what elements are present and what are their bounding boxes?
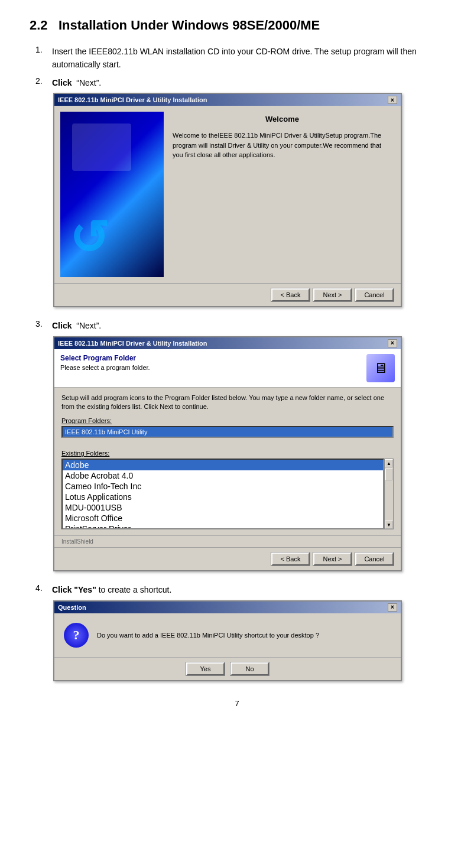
welcome-dialog-title: IEEE 802.11b MiniPCI Driver & Utility In… [58, 96, 207, 103]
question-dialog-title: Question [58, 604, 86, 611]
page-number: 7 [30, 699, 444, 708]
spf-folder-item-printserver[interactable]: PrintServer Driver [63, 524, 383, 529]
step-4-label-row: 4. Click "Yes" to create a shortcut. [35, 583, 439, 596]
spf-dialog-titlebar: IEEE 802.11b MiniPCI Driver & Utility In… [54, 337, 401, 349]
spf-scroll-up[interactable]: ▲ [385, 459, 393, 467]
step-3-text: Click “Next”. [52, 319, 101, 332]
step-1-text: Insert the IEEE802.11b WLAN installation… [52, 45, 439, 71]
content-area: 1. Insert the IEEE802.11b WLAN installat… [30, 45, 444, 681]
question-footer: Yes No [54, 657, 401, 680]
spf-list-container: Adobe Adobe Acrobat 4.0 Cameo Info-Tech … [61, 459, 394, 529]
section-number: 2.2 [30, 18, 48, 32]
step-3-action: “Next”. [76, 321, 101, 330]
spf-dialog-close[interactable]: × [388, 339, 397, 347]
spf-header: Select Program Folder Please select a pr… [54, 349, 401, 388]
question-no-button[interactable]: No [230, 662, 269, 675]
question-text: Do you want to add a IEEE 802.11b MiniPC… [97, 632, 319, 639]
spf-back-button[interactable]: < Back [271, 552, 310, 565]
step-3-label-row: 3. Click “Next”. [35, 319, 439, 332]
section-heading: Installation Under Windows 98SE/2000/ME [59, 18, 320, 32]
section-title: 2.2 Installation Under Windows 98SE/2000… [30, 18, 444, 33]
welcome-dialog-titlebar: IEEE 802.11b MiniPCI Driver & Utility In… [54, 94, 401, 106]
step-2-action: “Next”. [76, 78, 101, 87]
spf-body: Setup will add program icons to the Prog… [54, 388, 401, 536]
step-2-text: Click “Next”. [52, 76, 101, 89]
welcome-heading: Welcome [173, 115, 392, 123]
spf-brand: InstallShield [54, 535, 401, 547]
step-2-number: 2. [35, 76, 48, 89]
welcome-dialog-footer: < Back Next > Cancel [54, 283, 401, 306]
spf-dialog: IEEE 802.11b MiniPCI Driver & Utility In… [53, 336, 402, 572]
question-dialog: Question × ? Do you want to add a IEEE 8… [53, 600, 402, 681]
step-3-click: Click [52, 321, 72, 330]
step-4-text: Click "Yes" to create a shortcut. [52, 583, 171, 596]
spf-next-button[interactable]: Next > [313, 552, 352, 565]
spf-dialog-footer: < Back Next > Cancel [54, 547, 401, 570]
step-4-number: 4. [35, 583, 48, 596]
spf-icon: 🖥 [366, 354, 395, 382]
spf-existing-folders-label: Existing Folders: [61, 450, 394, 457]
spf-scroll-thumb[interactable] [385, 469, 392, 480]
spf-scroll-down[interactable]: ▼ [385, 521, 393, 529]
welcome-graphic [60, 112, 164, 277]
spf-header-subtitle: Please select a program folder. [60, 364, 150, 371]
question-body: ? Do you want to add a IEEE 802.11b Mini… [54, 613, 401, 657]
step-1: 1. Insert the IEEE802.11b WLAN installat… [35, 45, 439, 71]
step-2-click: Click [52, 78, 72, 87]
question-dialog-close[interactable]: × [388, 603, 397, 612]
spf-folder-item-adobe[interactable]: Adobe [63, 460, 383, 470]
step-2-label-row: 2. Click “Next”. [35, 76, 439, 89]
spf-header-text: Select Program Folder Please select a pr… [60, 354, 150, 371]
welcome-dialog-body: Welcome Welcome to theIEEE 802.11b MiniP… [54, 106, 401, 283]
spf-folder-item-cameo[interactable]: Cameo Info-Tech Inc [63, 481, 383, 492]
spf-folder-item-lotus[interactable]: Lotus Applications [63, 492, 383, 502]
step-4-suffix: to create a shortcut. [96, 585, 172, 594]
step-4-click: Click [52, 585, 72, 594]
question-yes-button[interactable]: Yes [186, 662, 225, 675]
welcome-back-button[interactable]: < Back [271, 288, 310, 301]
welcome-next-button[interactable]: Next > [313, 288, 352, 301]
welcome-body-text: Welcome to theIEEE 802.11b MiniPCI Drive… [173, 131, 392, 160]
welcome-content: Welcome Welcome to theIEEE 802.11b MiniP… [170, 112, 395, 277]
welcome-dialog: IEEE 802.11b MiniPCI Driver & Utility In… [53, 93, 402, 307]
step-3-number: 3. [35, 319, 48, 332]
question-icon: ? [64, 623, 89, 648]
spf-program-folders-label: Program Folders: [61, 417, 394, 424]
question-dialog-titlebar: Question × [54, 602, 401, 613]
spf-folder-list[interactable]: Adobe Adobe Acrobat 4.0 Cameo Info-Tech … [61, 459, 384, 529]
spf-program-folder-input[interactable] [61, 426, 394, 438]
spf-folder-item-acrobat[interactable]: Adobe Acrobat 4.0 [63, 470, 383, 481]
spf-description: Setup will add program icons to the Prog… [61, 394, 394, 412]
spf-dialog-title: IEEE 802.11b MiniPCI Driver & Utility In… [58, 340, 207, 347]
spf-folder-item-msoffice[interactable]: Microsoft Office [63, 513, 383, 524]
spf-folder-item-mdu[interactable]: MDU-0001USB [63, 502, 383, 513]
spf-header-title: Select Program Folder [60, 354, 150, 362]
step-1-number: 1. [35, 45, 48, 71]
welcome-dialog-close[interactable]: × [388, 96, 397, 104]
welcome-cancel-button[interactable]: Cancel [355, 288, 394, 301]
step-4-yes: "Yes" [74, 585, 96, 594]
spf-cancel-button[interactable]: Cancel [355, 552, 394, 565]
spf-scrollbar[interactable]: ▲ ▼ [384, 459, 394, 529]
